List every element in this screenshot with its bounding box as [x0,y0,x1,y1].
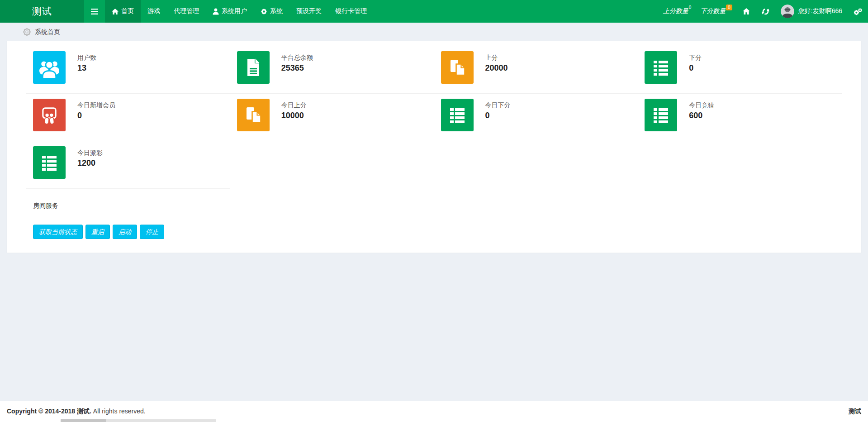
stat-label: 今日下分 [485,101,511,109]
nav-item-bank-cards[interactable]: 银行卡管理 [328,0,374,23]
navbar-right: 上分数量0 下分数量0 [659,0,868,23]
stat-value: 600 [689,111,714,120]
list-icon [645,99,677,131]
stat-value: 25365 [281,63,313,73]
score-up-badge: 0 [689,5,692,10]
stat-card-score-down: 下分 0 [638,51,842,94]
user-greeting: 您好:发财啊666 [798,7,842,15]
stat-card-users: 用户数 13 [26,51,230,94]
dashboard-gear-icon [23,28,31,36]
file-text-icon [237,51,270,84]
settings-button[interactable] [848,0,868,23]
score-up-label: 上分数量 [663,7,688,15]
nav-item-agent-management[interactable]: 代理管理 [167,0,206,23]
nav-item-system-users[interactable]: 系统用户 [206,0,254,23]
room-service-buttons: 获取当前状态 重启 启动 停止 [26,225,842,239]
copyright-text: Copyright © 2014-2018 测试. All rights res… [7,408,146,416]
stat-label: 上分 [485,54,508,62]
main-panel: 用户数 13 平台总余额 25365 [7,41,861,253]
nav-item-label: 系统 [270,7,283,15]
breadcrumb: 系统首页 [0,23,868,41]
stat-label: 今日派彩 [77,149,103,157]
slideshare-icon [33,99,66,131]
stat-card-platform-balance: 平台总余额 25365 [230,51,434,94]
stat-card-new-members: 今日新增会员 0 [26,99,230,141]
copyright-rest: All rights reserved. [91,408,146,415]
nav-item-games[interactable]: 游戏 [141,0,167,23]
breadcrumb-label[interactable]: 系统首页 [35,28,60,36]
user-menu[interactable]: 您好:发财啊666 [775,0,848,23]
score-down-label: 下分数量 [700,7,726,15]
sidebar-toggle-button[interactable] [84,0,105,23]
stat-label: 用户数 [77,54,96,62]
refresh-icon [762,8,769,15]
nav-item-label: 游戏 [147,7,160,15]
nav-item-preset-draw[interactable]: 预设开奖 [289,0,328,23]
nav-item-label: 代理管理 [174,7,199,15]
get-status-button[interactable]: 获取当前状态 [33,225,83,239]
screenshot-edge-artifact [61,419,216,422]
nav-item-label: 银行卡管理 [335,7,367,15]
nav-item-home[interactable]: 首页 [105,0,141,23]
gear-icon [261,8,267,15]
start-button[interactable]: 启动 [113,225,137,239]
stat-value: 0 [485,111,511,120]
stat-label: 今日竞猜 [689,101,714,109]
stat-label: 下分 [689,54,702,62]
stat-card-today-bets: 今日竞猜 600 [638,99,842,141]
list-icon [645,51,677,84]
score-up-item[interactable]: 上分数量0 [659,0,696,23]
stat-value: 10000 [281,111,307,120]
brand-logo[interactable]: 测试 [0,0,84,23]
stat-label: 平台总余额 [281,54,313,62]
stat-card-today-payout: 今日派彩 1200 [26,146,230,189]
list-icon [441,99,474,131]
stop-button[interactable]: 停止 [140,225,164,239]
restart-button[interactable]: 重启 [85,225,110,239]
stat-card-today-score-down: 今日下分 0 [434,99,638,141]
stat-label: 今日新增会员 [77,101,115,109]
score-down-item[interactable]: 下分数量0 [696,0,737,23]
nav-item-label: 首页 [121,7,134,15]
nav-item-system[interactable]: 系统 [254,0,289,23]
footer: Copyright © 2014-2018 测试. All rights res… [0,401,868,422]
stat-value: 1200 [77,158,103,168]
hamburger-icon [91,9,98,14]
nav-item-label: 系统用户 [222,7,247,15]
user-avatar [781,5,794,18]
stat-value: 13 [77,63,96,73]
list-icon [33,146,66,179]
stat-value: 20000 [485,63,508,73]
score-down-badge: 0 [726,5,732,10]
footer-right-text: 测试 [849,408,861,416]
refresh-button[interactable] [756,0,775,23]
users-icon [33,51,66,84]
stat-value: 0 [77,111,115,120]
home-icon [743,8,750,14]
copy-icon [441,51,474,84]
stat-value: 0 [689,63,702,73]
nav-item-label: 预设开奖 [296,7,322,15]
stat-label: 今日上分 [281,101,307,109]
stats-grid: 用户数 13 平台总余额 25365 [26,51,842,194]
home-icon [112,9,119,14]
copyright-bold: Copyright © 2014-2018 测试. [7,408,91,415]
main-menu: 首页 游戏 代理管理 系统用户 系统 预设开奖 银行卡管理 [105,0,374,23]
navbar: 测试 首页 游戏 代理管理 系统用户 [0,0,868,23]
cogs-icon [854,8,862,15]
stat-card-score-up: 上分 20000 [434,51,638,94]
copy-icon [237,99,270,131]
user-icon [213,8,219,15]
home-button[interactable] [737,0,756,23]
room-service-title: 房间服务 [26,202,842,210]
stat-card-today-score-up: 今日上分 10000 [230,99,434,141]
